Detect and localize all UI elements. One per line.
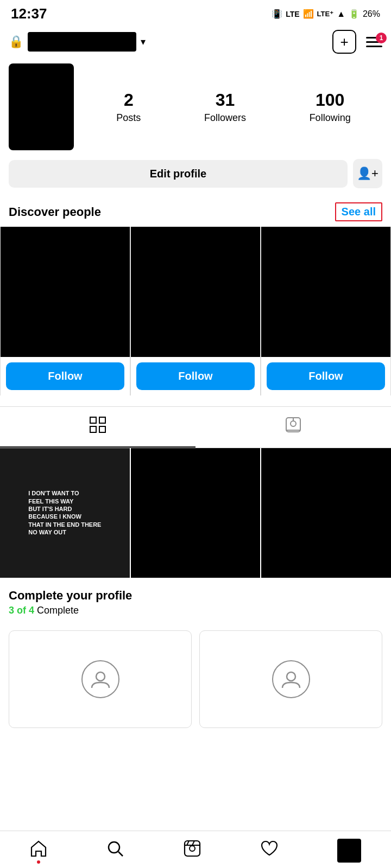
svg-line-16 [192,841,194,845]
tagged-icon [285,417,301,437]
bottom-nav [0,831,391,868]
discover-cards: Follow Follow Follow [0,227,391,395]
discover-card-3: Follow [261,227,391,395]
complete-card-icon-1 [81,660,119,698]
discover-card-image-1 [1,227,130,357]
home-active-dot [37,860,40,864]
follow-button-3[interactable]: Follow [267,362,385,390]
heart-icon [261,840,278,861]
nav-home[interactable] [30,840,47,861]
complete-profile: Complete your profile 3 of 4 Complete [0,578,391,622]
lte2-icon: LTE⁺ [317,10,334,18]
wifi-icon: 📶 [303,9,314,19]
discover-card-image-3 [261,227,390,357]
lte-icon: LTE [286,10,299,18]
complete-card-1[interactable] [9,630,192,728]
discover-card-image-2 [131,227,260,357]
post-1[interactable]: I DON'T WANT TOFEEL THIS WAYBUT IT'S HAR… [0,448,130,578]
post-3-content [261,448,391,578]
svg-point-10 [109,842,119,853]
lock-icon: 🔒 [9,35,23,49]
profile-thumbnail [337,839,361,863]
avatar [9,63,74,150]
discover-card-1: Follow [0,227,130,395]
search-icon [106,840,124,861]
battery-icon: 🔋 [349,9,360,19]
posts-label: Posts [116,112,141,124]
discover-title: Discover people [9,205,101,219]
post-2[interactable] [131,448,261,578]
following-stat[interactable]: 100 Following [310,90,351,124]
svg-point-9 [287,672,295,681]
profile-stats: 2 Posts 31 Followers 100 Following [85,90,382,124]
posts-count: 2 [124,90,134,110]
svg-rect-3 [99,426,105,432]
complete-profile-title: Complete your profile [9,589,382,603]
header: 🔒 ▾ + 1 [0,25,391,58]
posts-stat[interactable]: 2 Posts [116,90,141,124]
grid-icon [90,417,106,437]
following-count: 100 [316,90,344,110]
chevron-down-icon[interactable]: ▾ [141,36,146,48]
complete-cards [0,622,391,728]
vibrate-icon: 📳 [272,9,282,19]
header-left: 🔒 ▾ [9,32,146,52]
home-icon [30,840,47,861]
menu-bar-3 [366,46,382,47]
complete-card-icon-2 [272,660,310,698]
follow-button-2[interactable]: Follow [136,362,255,390]
tabs [0,406,391,448]
header-right: + 1 [332,30,382,54]
status-icons: 📳 LTE 📶 LTE⁺ ▲ 🔋 26% [272,9,380,19]
discover-card-2: Follow [130,227,261,395]
svg-point-13 [190,846,195,851]
signal-icon: ▲ [337,9,345,19]
post-3[interactable] [261,448,391,578]
nav-search[interactable] [106,840,124,861]
complete-card-2[interactable] [199,630,382,728]
profile-section: 2 Posts 31 Followers 100 Following [0,58,391,159]
tab-grid[interactable] [0,407,195,448]
followers-stat[interactable]: 31 Followers [204,90,246,124]
svg-line-15 [187,841,189,845]
nav-profile[interactable] [337,839,361,863]
svg-point-5 [291,421,296,426]
followers-count: 31 [216,90,235,110]
battery-percent: 26% [363,9,380,19]
svg-line-11 [118,852,123,856]
nav-reels[interactable] [184,840,201,861]
svg-point-8 [96,672,105,681]
status-time: 12:37 [11,5,47,22]
add-post-button[interactable]: + [332,30,356,54]
edit-profile-button[interactable]: Edit profile [9,160,348,188]
notification-badge: 1 [376,33,387,43]
plus-icon: + [340,34,348,50]
menu-button[interactable]: 1 [366,37,382,47]
follow-button-1[interactable]: Follow [6,362,124,390]
post-2-content [131,448,261,578]
post-1-content: I DON'T WANT TOFEEL THIS WAYBUT IT'S HAR… [0,448,130,578]
svg-rect-0 [90,417,96,423]
discover-header: Discover people See all [0,197,391,227]
tab-tagged[interactable] [195,407,391,448]
svg-rect-2 [90,426,96,432]
svg-rect-1 [99,417,105,423]
followers-label: Followers [204,112,246,124]
profile-actions: Edit profile 👤+ [0,159,391,197]
complete-suffix: Complete [34,605,79,616]
svg-rect-12 [185,841,200,856]
following-label: Following [310,112,351,124]
complete-progress: 3 of 4 [9,605,34,616]
add-friend-button[interactable]: 👤+ [353,159,382,188]
posts-grid: I DON'T WANT TOFEEL THIS WAYBUT IT'S HAR… [0,448,391,578]
nav-heart[interactable] [261,840,278,861]
username-redacted [28,32,136,52]
see-all-button[interactable]: See all [335,202,382,221]
status-bar: 12:37 📳 LTE 📶 LTE⁺ ▲ 🔋 26% [0,0,391,25]
reels-icon [184,840,201,861]
complete-profile-subtitle: 3 of 4 Complete [9,605,382,616]
add-friend-icon: 👤+ [357,167,379,181]
